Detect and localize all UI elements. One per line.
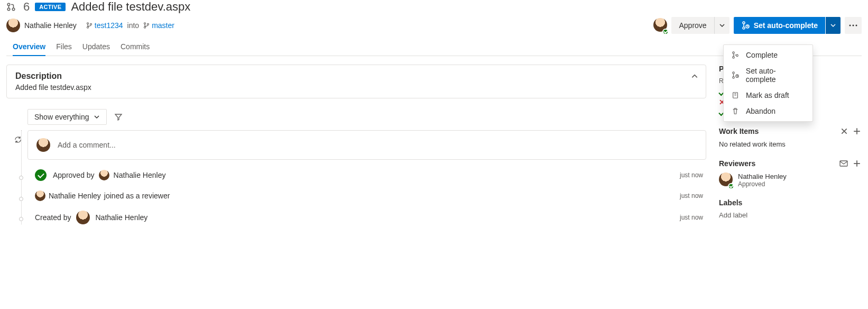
work-items-empty: No related work items	[719, 140, 862, 148]
branch-icon	[143, 22, 150, 29]
svg-point-4	[87, 26, 88, 28]
menu-item-complete[interactable]: Complete	[724, 47, 812, 63]
menu-item-set-autocomplete[interactable]: Set auto-complete	[724, 63, 812, 87]
page-title: Added file testdev.aspx	[71, 0, 190, 14]
user-avatar	[35, 190, 45, 201]
ellipsis-icon	[849, 24, 857, 26]
filter-icon	[114, 113, 123, 121]
autocomplete-split-button[interactable]: Set auto-complete	[734, 17, 841, 34]
svg-point-16	[733, 57, 735, 59]
add-work-item-button[interactable]	[852, 126, 862, 136]
plus-icon	[853, 160, 861, 167]
svg-point-8	[147, 23, 149, 25]
mail-reviewers-button[interactable]	[838, 159, 849, 168]
approve-dropdown-button[interactable]	[715, 17, 730, 34]
activity-event: Approved by Nathalie Henley just now	[14, 169, 706, 181]
self-avatar	[36, 138, 50, 152]
reviewer-avatar-header[interactable]	[653, 18, 667, 33]
plus-icon	[853, 128, 861, 135]
reviewer-status: Approved	[738, 180, 787, 188]
activity-filter-select[interactable]: Show everything	[27, 109, 107, 125]
author-name: Nathalie Henley	[24, 21, 77, 30]
reviewer-row[interactable]: Nathalie Henley Approved	[719, 172, 862, 188]
reviewers-heading: Reviewers	[719, 159, 755, 168]
pr-number: 6	[23, 0, 30, 14]
svg-point-17	[736, 54, 738, 57]
chevron-up-icon	[691, 72, 698, 80]
add-reviewer-button[interactable]	[852, 159, 862, 168]
approved-icon	[35, 169, 47, 181]
trash-icon	[731, 107, 740, 115]
svg-point-14	[856, 25, 857, 26]
tab-files[interactable]: Files	[56, 38, 72, 56]
author-avatar	[6, 19, 20, 32]
activity-event: Created by Nathalie Henley just now	[14, 211, 706, 224]
svg-point-19	[733, 77, 735, 79]
collapse-button[interactable]	[689, 70, 700, 82]
approve-button[interactable]: Approve	[671, 17, 714, 34]
work-items-section: Work Items No related work items	[719, 126, 862, 148]
set-autocomplete-button[interactable]: Set auto-complete	[734, 17, 825, 34]
menu-item-abandon[interactable]: Abandon	[724, 103, 812, 119]
svg-point-5	[90, 23, 91, 25]
filter-button[interactable]	[112, 111, 125, 123]
draft-icon	[731, 92, 740, 99]
activity-event: Nathalie Henley joined as a reviewer jus…	[14, 190, 706, 201]
add-label-input[interactable]: Add label	[719, 211, 862, 219]
branch-icon	[86, 22, 93, 29]
user-avatar	[76, 211, 90, 224]
autocomplete-menu: Complete Set auto-complete Mark as draft…	[723, 44, 813, 122]
description-card: Description Added file testdev.aspx	[6, 65, 706, 98]
svg-point-15	[733, 52, 735, 54]
autocomplete-icon	[731, 71, 740, 79]
comment-placeholder: Add a comment...	[58, 141, 116, 149]
svg-point-18	[733, 72, 735, 74]
tab-overview[interactable]: Overview	[13, 38, 45, 56]
comment-input[interactable]: Add a comment...	[27, 130, 706, 160]
chevron-down-icon	[830, 22, 836, 29]
svg-point-12	[849, 25, 851, 26]
branch-info: test1234 into master	[86, 21, 174, 30]
event-time: just now	[680, 192, 706, 199]
approved-check-icon	[662, 29, 669, 35]
event-time: just now	[680, 214, 706, 221]
merge-icon	[731, 51, 740, 59]
refresh-icon	[14, 135, 22, 144]
autocomplete-dropdown-button[interactable]	[826, 17, 841, 34]
svg-point-1	[7, 8, 10, 11]
svg-point-2	[12, 8, 15, 11]
svg-point-13	[853, 25, 854, 26]
autocomplete-icon	[741, 21, 750, 30]
tab-commits[interactable]: Commits	[121, 38, 150, 56]
chevron-down-icon	[94, 114, 100, 120]
mail-icon	[839, 160, 848, 167]
user-avatar	[99, 170, 109, 180]
svg-point-3	[87, 23, 88, 24]
pr-icon	[6, 2, 16, 12]
menu-item-mark-draft[interactable]: Mark as draft	[724, 87, 812, 103]
description-body: Added file testdev.aspx	[15, 83, 697, 92]
labels-section: Labels Add label	[719, 198, 862, 219]
tab-updates[interactable]: Updates	[82, 38, 110, 56]
event-time: just now	[680, 171, 706, 179]
approve-split-button[interactable]: Approve	[671, 17, 729, 34]
svg-point-10	[743, 27, 745, 29]
target-branch-link[interactable]: master	[152, 21, 174, 30]
description-heading: Description	[15, 71, 697, 81]
svg-point-9	[743, 22, 745, 24]
svg-rect-22	[840, 161, 847, 166]
chevron-down-icon	[719, 22, 725, 29]
svg-point-7	[144, 26, 146, 28]
into-label: into	[127, 21, 140, 30]
remove-work-item-button[interactable]	[839, 126, 849, 136]
author: Nathalie Henley	[6, 19, 77, 32]
reviewer-name: Nathalie Henley	[738, 172, 787, 180]
close-icon	[841, 128, 848, 135]
approved-check-icon	[728, 183, 734, 189]
svg-point-0	[7, 3, 10, 6]
svg-point-6	[144, 23, 146, 24]
reviewers-section: Reviewers Nathalie Henley App	[719, 159, 862, 188]
more-actions-button[interactable]	[845, 17, 862, 34]
work-items-heading: Work Items	[719, 127, 759, 135]
source-branch-link[interactable]: test1234	[95, 21, 123, 30]
